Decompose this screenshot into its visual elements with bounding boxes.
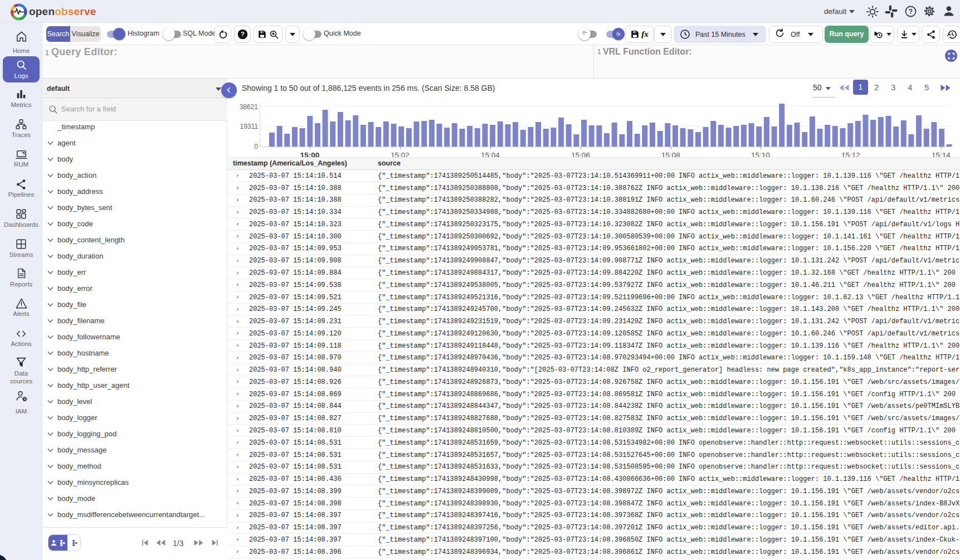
svg-text:?: ? (241, 31, 245, 37)
svg-text:?: ? (909, 8, 913, 16)
